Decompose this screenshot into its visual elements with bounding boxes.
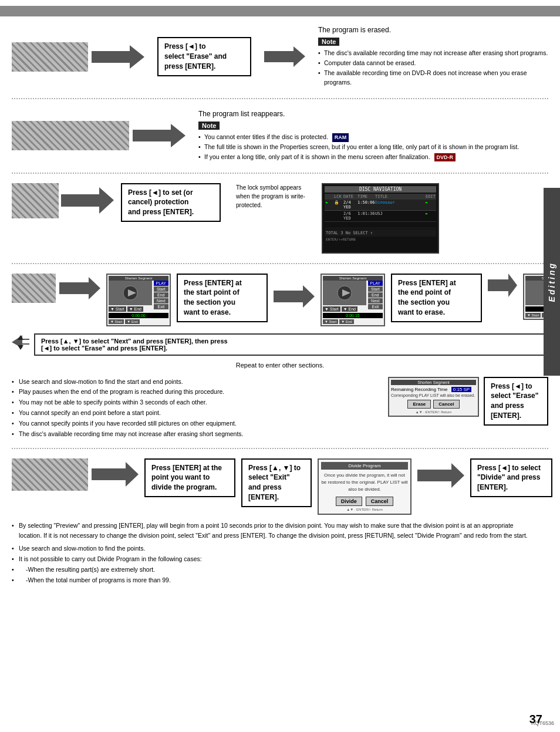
- svg-marker-12: [18, 335, 23, 340]
- section2: The program list reappears. Note You can…: [0, 105, 560, 166]
- press-enter-start-box: Press [ENTER] at the start point of the …: [177, 274, 268, 322]
- divide-btn[interactable]: Divide: [336, 497, 362, 506]
- dvdr-badge: DVD-R: [434, 153, 456, 161]
- press-divide-box: Press [ENTER] at the point you want to d…: [144, 458, 235, 497]
- svg-marker-0: [92, 45, 144, 69]
- svg-marker-3: [61, 187, 114, 214]
- svg-marker-14: [92, 462, 139, 487]
- seg-title-mid: Shorten Segment: [323, 276, 383, 281]
- svg-marker-10: [488, 274, 517, 297]
- s5-note-0: By selecting "Preview" and pressing [ENT…: [12, 521, 531, 542]
- s5-note-2: It is not possible to carry out Divide P…: [12, 554, 531, 565]
- shorten-title: Shorten Segment: [391, 380, 476, 385]
- press-erase-box: Press [◄] to select "Erase" and press [E…: [157, 37, 251, 76]
- arrow-icon-4b: [274, 285, 315, 308]
- press-protection-box: Press [◄] to set (or cancel) protection …: [121, 183, 221, 222]
- svg-marker-4: [59, 277, 100, 299]
- screen-title: DISC NAVIGATION: [325, 186, 436, 193]
- note-item-2-1: The full title is shown in the Propertie…: [198, 142, 548, 152]
- erase-btn[interactable]: Erase: [407, 400, 431, 409]
- note-item-1-2: The available recording time on DVD-R do…: [318, 68, 548, 88]
- arrow-icon-1: [92, 45, 144, 69]
- note-item-2-0: You cannot enter titles if the disc is p…: [198, 132, 548, 142]
- svg-marker-1: [264, 46, 305, 67]
- note-label-2: Note: [198, 122, 220, 130]
- svg-marker-13: [18, 345, 23, 350]
- seg-title-left: Shorten Segment: [109, 276, 168, 281]
- page-container: Press [◄] to select "Erase" and press [E…: [0, 0, 560, 732]
- note-item-1-0: The disc's available recording time may …: [318, 48, 548, 58]
- sep-4: [12, 448, 548, 449]
- reappears-text: The program list reappears.: [198, 110, 548, 118]
- arrow-icon-4a: [59, 277, 100, 299]
- step-indicator-2: [12, 121, 129, 150]
- arrow-icon-2: [133, 124, 185, 147]
- s5-note-4: -When the total number of programs is mo…: [12, 575, 531, 586]
- note-label-1: Note: [318, 38, 339, 46]
- press-select-divide-box: Press [◄] to select "Divide" and press […: [470, 458, 552, 497]
- svg-marker-2: [133, 124, 185, 147]
- divide-title: Divide Program: [321, 462, 408, 470]
- segment-screen-left: Shorten Segment ▼ Start ▼ End: [106, 274, 171, 326]
- s5-note-3: -When the resulting part(s) are extremel…: [12, 565, 531, 575]
- lock-note-text: The lock symbol appears when the program…: [236, 183, 306, 210]
- erased-text: The program is erased.: [318, 26, 548, 34]
- cancel-divide-btn[interactable]: Cancel: [366, 497, 394, 506]
- s5-note-1: Use search and slow-motion to find the p…: [12, 544, 531, 554]
- svg-marker-7: [274, 285, 315, 308]
- s4-note-2: You may not be able to specify points wi…: [12, 397, 379, 408]
- section3: Press [◄] to set (or cancel) protection …: [0, 180, 560, 257]
- s4-note-5: The disc's available recording time may …: [12, 429, 379, 440]
- cancel-btn-s4[interactable]: Cancel: [433, 400, 459, 409]
- note-item-2-2: If you enter a long title, only part of …: [198, 152, 548, 162]
- note-list-1: The disc's available recording time may …: [318, 48, 548, 87]
- shorten-segment-screen: Shorten Segment Remaining Recording Time…: [388, 377, 479, 417]
- sep-3: [12, 263, 548, 264]
- press-erase-final-box: Press [◄] to select "Erase" and press [E…: [484, 377, 548, 426]
- section5-notes: By selecting "Preview" and pressing [ENT…: [12, 518, 548, 588]
- segment-screen-mid: Shorten Segment ▼ Start ▼ End: [321, 274, 385, 326]
- s4-note-0: Use search and slow-motion to find the s…: [12, 377, 379, 387]
- editing-sidebar: Editing: [544, 188, 560, 376]
- disc-navigation-screen: DISC NAVIGATION LCK DATE TIME TITLE EDIT…: [322, 183, 439, 254]
- s4-note-3: You cannot specify an end point before a…: [12, 408, 379, 419]
- step-indicator-5a: [12, 458, 88, 491]
- note-list-2: You cannot enter titles if the disc is p…: [198, 132, 548, 161]
- arrow-icon-5a: [92, 462, 139, 487]
- section4-note-list: Use search and slow-motion to find the s…: [12, 377, 379, 440]
- section1: Press [◄] to select "Erase" and press [E…: [0, 21, 560, 92]
- s4-note-4: You cannot specify points if you have re…: [12, 419, 379, 429]
- section5: Press [ENTER] at the point you want to d…: [0, 455, 560, 592]
- section4-notes-area: Use search and slow-motion to find the s…: [0, 375, 560, 442]
- svg-marker-15: [417, 463, 464, 488]
- instruction-text: Press [▲, ▼] to select "Next" and press …: [34, 333, 548, 356]
- sep-1: [12, 98, 548, 99]
- step-indicator-1: [12, 42, 88, 72]
- arrow-icon-3: [61, 187, 114, 214]
- note-item-1-1: Computer data cannot be erased.: [318, 58, 548, 68]
- step-indicator-4a: [12, 274, 56, 303]
- repeat-text: Repeat to enter other sections.: [12, 362, 548, 369]
- arrow-icon-4c: [488, 274, 517, 326]
- press-enter-end-box: Press [ENTER] at the end point of the se…: [391, 274, 482, 322]
- rqt-code: RQT6536: [531, 720, 554, 726]
- ram-badge: RAM: [332, 133, 349, 141]
- divide-program-screen: Divide Program Once you divide the progr…: [318, 458, 411, 515]
- step-indicator-3: [12, 183, 59, 218]
- section4: Shorten Segment ▼ Start ▼ End: [0, 270, 560, 375]
- note-box-1: Note The disc's available recording time…: [318, 38, 548, 87]
- press-exit-divide-box: Press [▲, ▼] to select "Exit" and press …: [241, 458, 312, 507]
- editing-label: Editing: [547, 262, 556, 302]
- triangle-arrow-icon: [12, 335, 29, 350]
- sep-2: [12, 173, 548, 174]
- note-box-2: Note You cannot enter titles if the disc…: [198, 122, 548, 161]
- arrow-icon-1b: [264, 46, 305, 67]
- top-bar: [0, 6, 560, 16]
- s4-note-1: Play pauses when the end of the program …: [12, 387, 379, 397]
- arrow-icon-5b: [417, 463, 464, 488]
